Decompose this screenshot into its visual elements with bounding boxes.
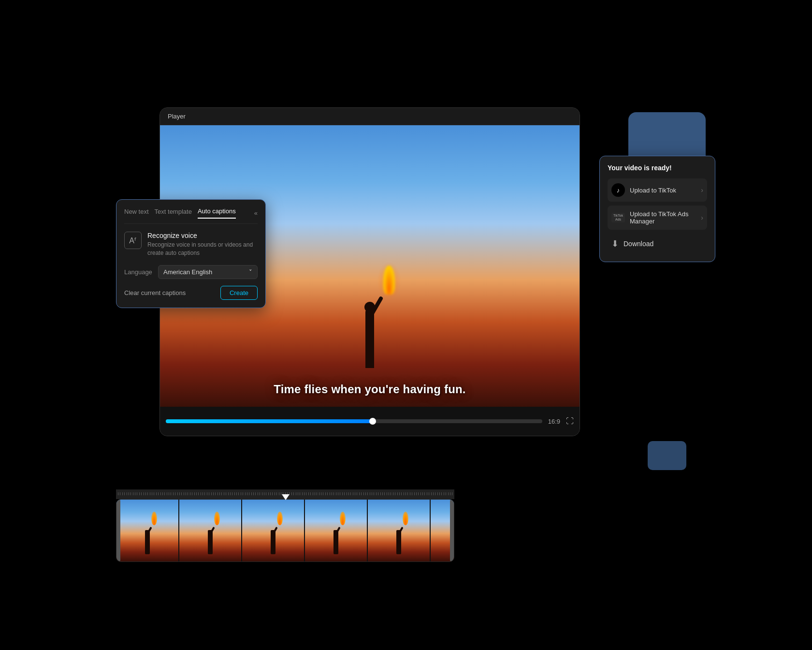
main-scene: Player Time flies when you're having fun… <box>116 83 696 567</box>
language-row: Language American English ˅ <box>124 265 258 279</box>
tab-new-text[interactable]: New text <box>124 208 149 218</box>
upload-tiktok-ads-label: Upload to TikTok Ads Manager <box>630 210 696 225</box>
upload-tiktok-button[interactable]: ♪ Upload to TikTok › <box>608 178 707 202</box>
timeline-thumb[interactable] <box>369 418 376 425</box>
film-frame-3 <box>242 500 305 561</box>
player-titlebar: Player <box>160 108 580 125</box>
film-flame-3 <box>277 512 283 525</box>
film-frame-1 <box>116 500 179 561</box>
figure-silhouette <box>355 281 384 368</box>
voice-icon-text: Aᶠ <box>129 236 137 245</box>
download-icon: ⬇ <box>611 238 619 249</box>
player-timeline: 16:9 ⛶ <box>160 407 580 436</box>
film-flame-1 <box>151 512 157 525</box>
decorative-blob-bottom <box>648 441 686 470</box>
feature-title: Recognize voice <box>147 232 258 239</box>
feature-desc-text: Recognize voice in sounds or videos and … <box>147 241 258 257</box>
figure-body <box>365 310 374 368</box>
filmstrip-handle-right[interactable] <box>450 500 454 561</box>
filmstrip-frames <box>116 500 454 561</box>
film-frame-5 <box>368 500 431 561</box>
tiktok-icon: ♪ <box>611 183 625 197</box>
film-figure-1 <box>145 530 150 554</box>
tiktok-ads-icon: TikTokAds <box>611 213 625 222</box>
film-frame-4 <box>305 500 368 561</box>
caption-text: Time flies when you're having fun. <box>274 383 465 396</box>
film-frame-bg-3 <box>242 500 304 561</box>
film-frame-bg-4 <box>305 500 367 561</box>
language-value: American English <box>163 268 212 276</box>
upload-tiktok-ads-button[interactable]: TikTokAds Upload to TikTok Ads Manager › <box>608 206 707 230</box>
tab-auto-captions[interactable]: Auto captions <box>198 207 236 219</box>
export-panel: Your video is ready! ♪ Upload to TikTok … <box>599 156 715 262</box>
timeline-controls-right: 16:9 ⛶ <box>548 417 574 426</box>
tab-text-template[interactable]: Text template <box>155 208 192 218</box>
timeline-progress <box>166 419 373 423</box>
film-figure-3 <box>271 530 276 554</box>
film-frame-2 <box>179 500 242 561</box>
chevron-down-icon: ˅ <box>249 268 252 276</box>
filmstrip <box>116 499 454 562</box>
panel-actions: Clear current captions Create <box>124 286 258 300</box>
language-select[interactable]: American English ˅ <box>158 265 258 279</box>
timeline-track[interactable] <box>166 419 542 423</box>
tiktok-chevron-icon: › <box>701 186 703 194</box>
tabs-chevron-icon: « <box>254 209 258 217</box>
film-figure-4 <box>334 530 338 554</box>
film-flame-4 <box>340 512 346 525</box>
player-title: Player <box>168 113 186 120</box>
create-captions-button[interactable]: Create <box>220 286 258 300</box>
filmstrip-handle-left[interactable] <box>116 500 120 561</box>
film-frame-bg-5 <box>368 500 430 561</box>
film-figure-5 <box>396 530 401 554</box>
recognize-voice-icon: Aᶠ <box>124 232 142 249</box>
feature-section: Aᶠ Recognize voice Recognize voice in so… <box>124 232 258 257</box>
film-flame-2 <box>214 512 220 525</box>
aspect-ratio-selector[interactable]: 16:9 <box>548 418 560 425</box>
flame <box>383 266 395 295</box>
film-frame-bg-2 <box>179 500 241 561</box>
captions-panel: New text Text template Auto captions « A… <box>116 199 266 308</box>
download-button[interactable]: ⬇ Download <box>608 234 707 254</box>
tiktok-ads-chevron-icon: › <box>701 214 703 222</box>
playhead[interactable] <box>282 494 290 500</box>
feature-description: Recognize voice Recognize voice in sound… <box>147 232 258 257</box>
film-flame-5 <box>403 512 408 525</box>
clear-captions-button[interactable]: Clear current captions <box>124 289 186 296</box>
caption-overlay: Time flies when you're having fun. <box>160 377 580 402</box>
language-label: Language <box>124 268 153 276</box>
film-figure-2 <box>208 530 213 554</box>
film-frame-bg-1 <box>116 500 178 561</box>
export-title: Your video is ready! <box>608 164 707 172</box>
panel-tabs: New text Text template Auto captions « <box>124 207 258 224</box>
upload-tiktok-label: Upload to TikTok <box>630 187 696 194</box>
fullscreen-button[interactable]: ⛶ <box>566 417 574 426</box>
download-label: Download <box>624 240 653 248</box>
